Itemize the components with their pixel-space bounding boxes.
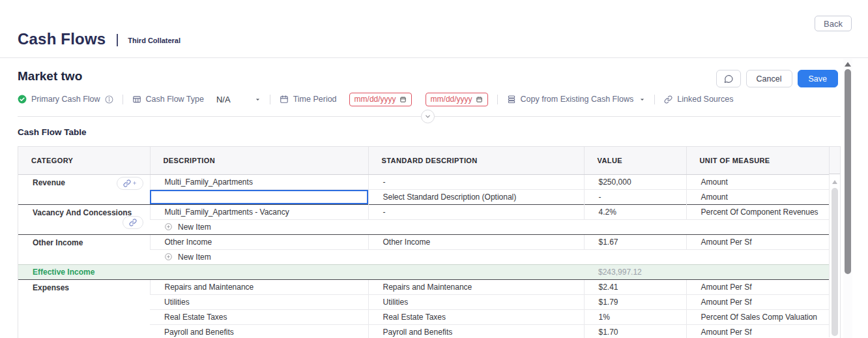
start-date-placeholder: mm/dd/yyyy [354, 95, 396, 104]
standard-description-cell[interactable]: - [368, 174, 584, 189]
link-icon[interactable] [123, 216, 143, 229]
description-cell[interactable]: Other Income [150, 234, 368, 249]
table-scrollbar-thumb[interactable] [832, 188, 838, 336]
new-item-label: New Item [178, 223, 211, 232]
linked-sources-button[interactable]: Linked Sources [664, 95, 733, 104]
standard-description-cell[interactable]: Select Standard Description (Optional) [368, 189, 584, 204]
cash-flow-toolbar: Primary Cash Flow Cash Flow Type N/A Tim… [18, 92, 733, 106]
standard-description-cell[interactable]: Utilities [368, 294, 584, 309]
description-cell[interactable]: Utilities [150, 294, 368, 309]
scroll-up-arrow-icon[interactable] [832, 180, 837, 184]
value-cell[interactable]: $1.70 [584, 324, 686, 338]
cashflow-table-head-row: CATEGORYDESCRIPTIONSTANDARD DESCRIPTIONV… [18, 147, 830, 174]
comment-button[interactable] [716, 70, 741, 87]
cash-flows-page: Back Cash Flows Third Collateral Market … [0, 0, 868, 338]
unit-cell[interactable]: Amount [686, 189, 830, 204]
chevron-down-icon [424, 113, 431, 120]
cancel-button[interactable]: Cancel [746, 70, 792, 87]
standard-description-cell[interactable]: Payroll and Benefits [368, 324, 584, 338]
value-cell[interactable]: $2.41 [584, 279, 686, 294]
summary-cell [368, 264, 584, 279]
value-cell[interactable]: - [584, 189, 686, 204]
primary-cash-flow-label: Primary Cash Flow [31, 95, 100, 104]
info-icon[interactable] [105, 95, 113, 104]
standard-description-cell[interactable]: Repairs and Maintenance [368, 279, 584, 294]
standard-description-cell[interactable]: Real Estate Taxes [368, 309, 584, 324]
page-scrollbar[interactable] [843, 59, 852, 338]
title-divider [117, 34, 118, 46]
time-period-group: Time Period mm/dd/yyyy mm/dd/yyyy [280, 93, 488, 106]
table-scrollbar-track[interactable] [829, 174, 840, 337]
page-title: Cash Flows [18, 30, 106, 48]
primary-cash-flow-toggle[interactable]: Primary Cash Flow [18, 95, 113, 104]
end-date-placeholder: mm/dd/yyyy [431, 95, 472, 104]
save-button[interactable]: Save [798, 70, 839, 87]
table-grid-icon [132, 95, 141, 104]
summary-label-cell: Effective Income [18, 264, 150, 279]
table-row: Effective Income$243,997.12 [18, 264, 830, 279]
cash-flow-name: Market two [18, 69, 82, 84]
summary-value-cell: $243,997.12 [584, 264, 686, 279]
copy-existing-dropdown[interactable]: Copy from Existing Cash Flows [507, 95, 646, 104]
description-cell[interactable]: Multi_Family_Apartments [150, 174, 368, 189]
table-row: RevenueMulti_Family_Apartments-$250,000A… [18, 174, 830, 189]
category-label: Other Income [33, 238, 83, 247]
scroll-up-arrow-icon[interactable] [845, 62, 851, 67]
category-label: Vacancy And Concessions [33, 208, 132, 217]
description-cell[interactable]: Repairs and Maintenance [150, 279, 368, 294]
date-picker-icon[interactable] [399, 96, 407, 103]
description-cell[interactable]: Multi_Family_Apartments - Vacancy [150, 204, 368, 219]
start-date-input[interactable]: mm/dd/yyyy [349, 93, 412, 106]
unit-cell[interactable]: Amount [686, 174, 830, 189]
new-item-label: New Item [178, 253, 211, 262]
time-period-label: Time Period [293, 95, 337, 104]
column-header-value: VALUE [584, 147, 686, 174]
collapse-toolbar-button[interactable] [421, 110, 435, 123]
table-scrollbar[interactable] [829, 147, 840, 338]
date-picker-icon[interactable] [476, 96, 483, 103]
column-header-standard-description: STANDARD DESCRIPTION [368, 147, 584, 174]
unit-cell[interactable]: Percent Of Component Revenues [686, 204, 830, 219]
value-cell[interactable]: 1% [584, 309, 686, 324]
value-cell[interactable]: $1.79 [584, 294, 686, 309]
category-cell: Revenue [18, 174, 150, 204]
category-cell: Vacancy And Concessions [18, 204, 150, 234]
description-cell[interactable] [150, 189, 368, 204]
description-cell[interactable]: Real Estate Taxes [150, 309, 368, 324]
cash-flow-type-value: N/A [216, 95, 231, 104]
unit-cell[interactable]: Amount Per Sf [686, 234, 830, 249]
new-item-button[interactable]: New Item [150, 219, 830, 234]
unit-cell[interactable]: Percent Of Sales Comp Valuation [686, 309, 830, 324]
end-date-input[interactable]: mm/dd/yyyy [426, 93, 488, 106]
standard-description-cell[interactable]: Other Income [368, 234, 584, 249]
toolbar-divider [270, 95, 270, 104]
table-scrollbar-header-spacer [829, 147, 840, 174]
table-section-title: Cash Flow Table [18, 127, 87, 137]
column-header-description: DESCRIPTION [150, 147, 368, 174]
toolbar-divider [123, 95, 123, 104]
chevron-down-icon [639, 97, 645, 102]
unit-cell[interactable]: Amount Per Sf [686, 324, 830, 338]
back-button[interactable]: Back [815, 16, 852, 31]
cash-flow-type-dropdown[interactable]: Cash Flow Type N/A [132, 95, 261, 104]
category-cell: Expenses [18, 279, 150, 338]
page-scrollbar-thumb[interactable] [845, 69, 851, 274]
unit-cell[interactable]: Amount Per Sf [686, 294, 830, 309]
standard-description-cell[interactable]: - [368, 204, 584, 219]
link-plus-icon[interactable] [117, 177, 143, 190]
breadcrumb: Third Collateral [128, 37, 181, 44]
calendar-icon [280, 95, 289, 104]
description-cell[interactable]: Payroll and Benefits [150, 324, 368, 338]
value-cell[interactable]: 4.2% [584, 204, 686, 219]
summary-cell [686, 264, 830, 279]
unit-cell[interactable]: Amount Per Sf [686, 279, 830, 294]
summary-cell [150, 264, 368, 279]
column-header-unit-of-measure: UNIT OF MEASURE [686, 147, 830, 174]
new-item-button[interactable]: New Item [150, 249, 830, 264]
stack-icon [507, 95, 516, 104]
cash-flow-table: CATEGORYDESCRIPTIONSTANDARD DESCRIPTIONV… [18, 146, 841, 338]
value-cell[interactable]: $250,000 [584, 174, 686, 189]
linked-sources-label: Linked Sources [677, 95, 733, 104]
category-cell: Other Income [18, 234, 150, 264]
value-cell[interactable]: $1.67 [584, 234, 686, 249]
